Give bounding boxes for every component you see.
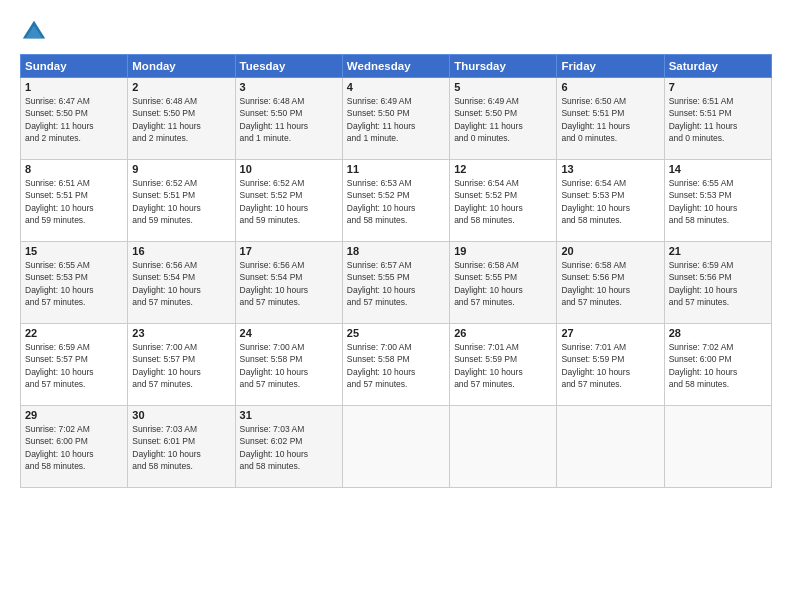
day-info: Sunrise: 6:49 AMSunset: 5:50 PMDaylight:…: [454, 95, 552, 144]
day-cell: 31Sunrise: 7:03 AMSunset: 6:02 PMDayligh…: [235, 406, 342, 488]
col-header-friday: Friday: [557, 55, 664, 78]
day-info: Sunrise: 6:59 AMSunset: 5:57 PMDaylight:…: [25, 341, 123, 390]
day-number: 15: [25, 245, 123, 257]
day-info: Sunrise: 6:56 AMSunset: 5:54 PMDaylight:…: [240, 259, 338, 308]
logo: [20, 18, 51, 46]
day-number: 20: [561, 245, 659, 257]
week-row-2: 8Sunrise: 6:51 AMSunset: 5:51 PMDaylight…: [21, 160, 772, 242]
col-header-saturday: Saturday: [664, 55, 771, 78]
day-cell: 27Sunrise: 7:01 AMSunset: 5:59 PMDayligh…: [557, 324, 664, 406]
day-cell: 14Sunrise: 6:55 AMSunset: 5:53 PMDayligh…: [664, 160, 771, 242]
col-header-wednesday: Wednesday: [342, 55, 449, 78]
day-info: Sunrise: 6:47 AMSunset: 5:50 PMDaylight:…: [25, 95, 123, 144]
day-info: Sunrise: 7:01 AMSunset: 5:59 PMDaylight:…: [454, 341, 552, 390]
day-cell: 30Sunrise: 7:03 AMSunset: 6:01 PMDayligh…: [128, 406, 235, 488]
day-number: 17: [240, 245, 338, 257]
day-info: Sunrise: 6:48 AMSunset: 5:50 PMDaylight:…: [240, 95, 338, 144]
col-header-tuesday: Tuesday: [235, 55, 342, 78]
day-number: 22: [25, 327, 123, 339]
day-info: Sunrise: 7:03 AMSunset: 6:01 PMDaylight:…: [132, 423, 230, 472]
day-cell: 25Sunrise: 7:00 AMSunset: 5:58 PMDayligh…: [342, 324, 449, 406]
day-number: 8: [25, 163, 123, 175]
day-number: 11: [347, 163, 445, 175]
day-cell: 22Sunrise: 6:59 AMSunset: 5:57 PMDayligh…: [21, 324, 128, 406]
day-cell: 20Sunrise: 6:58 AMSunset: 5:56 PMDayligh…: [557, 242, 664, 324]
day-cell: 2Sunrise: 6:48 AMSunset: 5:50 PMDaylight…: [128, 78, 235, 160]
day-number: 6: [561, 81, 659, 93]
day-info: Sunrise: 7:00 AMSunset: 5:58 PMDaylight:…: [240, 341, 338, 390]
col-header-thursday: Thursday: [450, 55, 557, 78]
day-info: Sunrise: 7:00 AMSunset: 5:57 PMDaylight:…: [132, 341, 230, 390]
day-info: Sunrise: 7:02 AMSunset: 6:00 PMDaylight:…: [25, 423, 123, 472]
page: SundayMondayTuesdayWednesdayThursdayFrid…: [0, 0, 792, 612]
day-number: 10: [240, 163, 338, 175]
day-cell: 18Sunrise: 6:57 AMSunset: 5:55 PMDayligh…: [342, 242, 449, 324]
col-header-monday: Monday: [128, 55, 235, 78]
day-info: Sunrise: 6:56 AMSunset: 5:54 PMDaylight:…: [132, 259, 230, 308]
day-cell: [450, 406, 557, 488]
day-info: Sunrise: 6:52 AMSunset: 5:51 PMDaylight:…: [132, 177, 230, 226]
day-info: Sunrise: 6:58 AMSunset: 5:56 PMDaylight:…: [561, 259, 659, 308]
day-number: 13: [561, 163, 659, 175]
day-number: 2: [132, 81, 230, 93]
day-number: 3: [240, 81, 338, 93]
day-cell: 6Sunrise: 6:50 AMSunset: 5:51 PMDaylight…: [557, 78, 664, 160]
header-row: SundayMondayTuesdayWednesdayThursdayFrid…: [21, 55, 772, 78]
day-info: Sunrise: 6:59 AMSunset: 5:56 PMDaylight:…: [669, 259, 767, 308]
day-number: 29: [25, 409, 123, 421]
day-number: 25: [347, 327, 445, 339]
day-cell: 12Sunrise: 6:54 AMSunset: 5:52 PMDayligh…: [450, 160, 557, 242]
day-number: 16: [132, 245, 230, 257]
day-cell: 8Sunrise: 6:51 AMSunset: 5:51 PMDaylight…: [21, 160, 128, 242]
header: [20, 18, 772, 46]
day-cell: 21Sunrise: 6:59 AMSunset: 5:56 PMDayligh…: [664, 242, 771, 324]
day-cell: [342, 406, 449, 488]
day-cell: 11Sunrise: 6:53 AMSunset: 5:52 PMDayligh…: [342, 160, 449, 242]
week-row-3: 15Sunrise: 6:55 AMSunset: 5:53 PMDayligh…: [21, 242, 772, 324]
day-number: 28: [669, 327, 767, 339]
day-info: Sunrise: 6:50 AMSunset: 5:51 PMDaylight:…: [561, 95, 659, 144]
day-info: Sunrise: 6:51 AMSunset: 5:51 PMDaylight:…: [25, 177, 123, 226]
day-cell: 4Sunrise: 6:49 AMSunset: 5:50 PMDaylight…: [342, 78, 449, 160]
day-number: 9: [132, 163, 230, 175]
day-info: Sunrise: 6:54 AMSunset: 5:52 PMDaylight:…: [454, 177, 552, 226]
week-row-1: 1Sunrise: 6:47 AMSunset: 5:50 PMDaylight…: [21, 78, 772, 160]
day-number: 30: [132, 409, 230, 421]
day-number: 24: [240, 327, 338, 339]
day-info: Sunrise: 7:03 AMSunset: 6:02 PMDaylight:…: [240, 423, 338, 472]
day-cell: 5Sunrise: 6:49 AMSunset: 5:50 PMDaylight…: [450, 78, 557, 160]
day-number: 26: [454, 327, 552, 339]
day-info: Sunrise: 6:55 AMSunset: 5:53 PMDaylight:…: [669, 177, 767, 226]
day-number: 27: [561, 327, 659, 339]
day-info: Sunrise: 6:48 AMSunset: 5:50 PMDaylight:…: [132, 95, 230, 144]
day-number: 23: [132, 327, 230, 339]
day-number: 4: [347, 81, 445, 93]
day-cell: 9Sunrise: 6:52 AMSunset: 5:51 PMDaylight…: [128, 160, 235, 242]
day-cell: 19Sunrise: 6:58 AMSunset: 5:55 PMDayligh…: [450, 242, 557, 324]
day-cell: 23Sunrise: 7:00 AMSunset: 5:57 PMDayligh…: [128, 324, 235, 406]
day-cell: 16Sunrise: 6:56 AMSunset: 5:54 PMDayligh…: [128, 242, 235, 324]
day-number: 5: [454, 81, 552, 93]
day-cell: 26Sunrise: 7:01 AMSunset: 5:59 PMDayligh…: [450, 324, 557, 406]
day-cell: 24Sunrise: 7:00 AMSunset: 5:58 PMDayligh…: [235, 324, 342, 406]
day-number: 14: [669, 163, 767, 175]
day-number: 21: [669, 245, 767, 257]
logo-icon: [20, 18, 48, 46]
day-info: Sunrise: 6:55 AMSunset: 5:53 PMDaylight:…: [25, 259, 123, 308]
day-cell: 17Sunrise: 6:56 AMSunset: 5:54 PMDayligh…: [235, 242, 342, 324]
day-cell: 7Sunrise: 6:51 AMSunset: 5:51 PMDaylight…: [664, 78, 771, 160]
day-cell: 15Sunrise: 6:55 AMSunset: 5:53 PMDayligh…: [21, 242, 128, 324]
day-info: Sunrise: 6:52 AMSunset: 5:52 PMDaylight:…: [240, 177, 338, 226]
day-cell: 29Sunrise: 7:02 AMSunset: 6:00 PMDayligh…: [21, 406, 128, 488]
day-cell: [557, 406, 664, 488]
day-number: 1: [25, 81, 123, 93]
day-cell: 3Sunrise: 6:48 AMSunset: 5:50 PMDaylight…: [235, 78, 342, 160]
day-number: 7: [669, 81, 767, 93]
calendar-table: SundayMondayTuesdayWednesdayThursdayFrid…: [20, 54, 772, 488]
day-info: Sunrise: 7:00 AMSunset: 5:58 PMDaylight:…: [347, 341, 445, 390]
day-cell: [664, 406, 771, 488]
day-number: 31: [240, 409, 338, 421]
day-cell: 28Sunrise: 7:02 AMSunset: 6:00 PMDayligh…: [664, 324, 771, 406]
day-info: Sunrise: 6:58 AMSunset: 5:55 PMDaylight:…: [454, 259, 552, 308]
day-info: Sunrise: 6:54 AMSunset: 5:53 PMDaylight:…: [561, 177, 659, 226]
